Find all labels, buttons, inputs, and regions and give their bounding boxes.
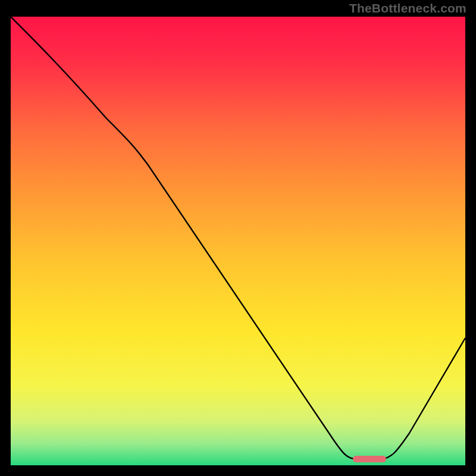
chart-svg	[11, 17, 465, 466]
watermark-text: TheBottleneck.com	[349, 1, 466, 15]
plot-area	[11, 17, 465, 466]
optimal-marker	[353, 456, 386, 462]
gradient-background	[11, 17, 465, 466]
chart-stage: TheBottleneck.com	[0, 0, 476, 476]
